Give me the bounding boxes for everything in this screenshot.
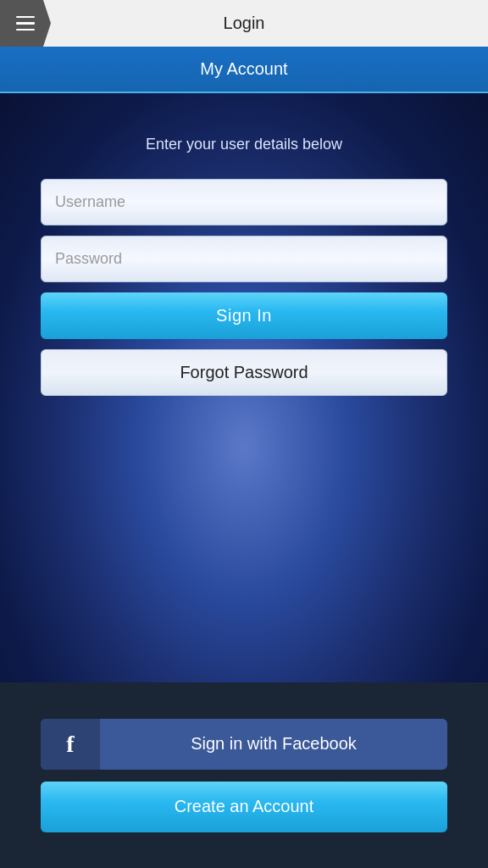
- facebook-icon: f: [41, 719, 100, 770]
- menu-button[interactable]: [0, 0, 51, 47]
- create-account-button[interactable]: Create an Account: [41, 782, 447, 832]
- page-title: Login: [224, 14, 265, 33]
- sub-header-title: My Account: [200, 59, 287, 79]
- forgot-password-button[interactable]: Forgot Password: [41, 349, 447, 396]
- header-bar: Login: [0, 0, 488, 47]
- password-input[interactable]: [41, 236, 447, 282]
- main-content: Enter your user details below Sign In Fo…: [0, 93, 488, 682]
- facebook-sign-in-button[interactable]: f Sign in with Facebook: [41, 719, 447, 770]
- facebook-label: Sign in with Facebook: [100, 734, 447, 754]
- bottom-section: f Sign in with Facebook Create an Accoun…: [0, 682, 488, 868]
- hamburger-icon: [16, 16, 35, 31]
- sign-in-button[interactable]: Sign In: [41, 292, 447, 339]
- sub-header: My Account: [0, 47, 488, 93]
- subtitle-text: Enter your user details below: [146, 136, 342, 153]
- username-input[interactable]: [41, 179, 447, 225]
